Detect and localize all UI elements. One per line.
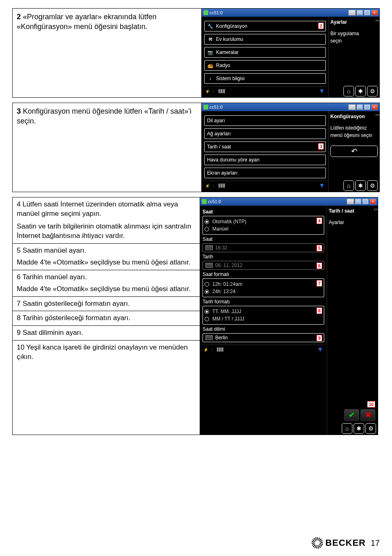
screenshot-2: cc51:0 _ □ × ✂ Dil ayarı Ağ ayarları Tar…: [202, 103, 379, 192]
radio-manual[interactable]: [205, 227, 209, 231]
window-titlebar: cc51:0 _ □ ×: [202, 103, 379, 111]
radio-auto[interactable]: [205, 220, 209, 224]
label-saat: Saat: [203, 236, 324, 242]
plug-icon: ⚡: [203, 348, 208, 352]
plug-icon: ⚡: [205, 89, 210, 94]
becker-logo: BECKER: [312, 537, 366, 549]
moon-icon: ☾: [212, 89, 216, 94]
print-icon[interactable]: [347, 199, 354, 204]
arrow-down-icon: ▼: [318, 87, 325, 95]
tz-input[interactable]: Berlin 9: [203, 333, 324, 342]
maximize-icon[interactable]: □: [362, 199, 369, 204]
close-icon[interactable]: ×: [370, 199, 376, 204]
mode-group[interactable]: Otomatik (NTP) Manüel 4: [203, 216, 324, 235]
close-icon[interactable]: ×: [371, 104, 378, 110]
radio-df1[interactable]: [205, 309, 209, 314]
radio-icon: 📻: [207, 63, 214, 68]
window-title: cc51:0: [209, 105, 223, 110]
radio-df2[interactable]: [205, 317, 209, 321]
maximize-icon[interactable]: □: [364, 104, 370, 110]
badge-10: 10: [367, 401, 375, 408]
menu-tarih[interactable]: Tarih / saat 3: [204, 141, 326, 152]
menu-kamera[interactable]: 📷 Kameralar: [204, 47, 326, 58]
menu-sistem[interactable]: i Sistem bilgisi: [204, 73, 326, 84]
keyboard-icon: [205, 335, 213, 340]
menu-ag[interactable]: Ağ ayarları: [204, 128, 326, 139]
moon-icon: ☾: [212, 184, 216, 188]
maximize-icon[interactable]: □: [364, 10, 370, 16]
sidebar-sub: Bir uygulama seçin: [330, 30, 378, 45]
menu-hava[interactable]: Hava durumu yöre ayarı: [204, 155, 326, 165]
cancel-button[interactable]: ✖: [361, 409, 375, 421]
sidebar-sub: Lütfen istediğiniz menü öğesini seçin: [330, 124, 378, 139]
info-icon: i: [207, 76, 214, 81]
step-2-text: 2 «Programlar ve ayarlar» ekranında lütf…: [13, 9, 202, 97]
sidebar-title: Ayarlar: [330, 19, 378, 25]
minimize-icon[interactable]: _: [356, 104, 363, 110]
timefmt-group[interactable]: 12h: 01:24am 24h: 13:24 7: [203, 278, 324, 297]
badge-9: 9: [316, 335, 322, 341]
gear-icon[interactable]: ⚙: [365, 423, 376, 434]
print-icon[interactable]: [348, 10, 356, 16]
datefmt-group[interactable]: TT. MM. JJJJ MM / TT / JJJJ 8: [203, 306, 324, 325]
back-button[interactable]: ↶: [330, 146, 378, 157]
radio-12h[interactable]: [205, 282, 209, 287]
badge-5: 5: [316, 245, 322, 251]
date-input[interactable]: 08. 11. 2012 6: [203, 261, 324, 270]
screenshot-3: cc51:0 _ □ × ✂ Saat Otomatik (NTP) Manüe…: [200, 197, 378, 435]
label-dilim: Saat dilimi: [203, 326, 324, 332]
status-bar: ⚡ ☾ ▼: [203, 181, 327, 190]
arrow-down-icon: ▼: [317, 346, 323, 353]
window-title: cc51:0: [208, 199, 221, 204]
minimize-icon[interactable]: _: [355, 199, 361, 204]
home-icon[interactable]: ⌂: [342, 423, 352, 434]
step-5-text: 5 Saatin manüel ayarı. Madde 4'te «Otoma…: [13, 244, 200, 270]
tool-icon: 🛠: [207, 36, 214, 42]
badge-3: 3: [318, 143, 324, 150]
screenshot-1: cc51:0 _ □ × ✂ 🔧 Konfigürasyon 2 🛠 Ev ku…: [202, 9, 379, 97]
moon-icon: ☾: [211, 348, 214, 352]
gear-icon[interactable]: ⚙: [367, 180, 378, 191]
sun-icon: [312, 537, 323, 549]
flower-icon[interactable]: ✱: [355, 180, 366, 191]
radio-24h[interactable]: [205, 289, 209, 294]
sidebar-sub: Ayarlar: [329, 219, 376, 226]
menu-ev[interactable]: 🛠 Ev kurulumu: [204, 34, 326, 45]
sidebar-title: Tarih / saat: [329, 208, 376, 214]
step-10-text: 10 Yeşil kanca işareti ile girdinizi ona…: [13, 341, 200, 364]
flower-icon[interactable]: ✱: [355, 86, 366, 96]
signal-icon: [218, 184, 227, 188]
flower-icon[interactable]: ✱: [354, 423, 364, 434]
header-saat: Saat: [203, 209, 324, 215]
step-8-text: 8 Tarihin gösterileceği formatın ayarı.: [13, 311, 200, 326]
status-bar: ⚡ ☾ ▼: [203, 86, 327, 96]
badge-6: 6: [316, 262, 322, 269]
window-title: cc51:0: [209, 10, 223, 15]
menu-ekran[interactable]: Ekran ayarları: [204, 168, 326, 178]
window-titlebar: cc51:0 _ □ ×: [202, 9, 379, 17]
badge-7: 7: [316, 280, 322, 287]
step-4-text: 4 Lütfen saati İnternet üzerinden otomat…: [13, 197, 200, 244]
step-9-text: 9 Saat diliminin ayarı.: [13, 326, 200, 341]
menu-radyo[interactable]: 📻 Radyo: [204, 60, 326, 71]
close-icon[interactable]: ×: [371, 10, 378, 16]
minimize-icon[interactable]: _: [356, 10, 363, 16]
home-icon[interactable]: ⌂: [343, 180, 354, 191]
home-icon[interactable]: ⌂: [343, 86, 354, 96]
menu-konfig[interactable]: 🔧 Konfigürasyon 2: [204, 21, 326, 31]
sidebar-title: Konfigürasyon: [330, 114, 378, 119]
plug-icon: ⚡: [205, 184, 210, 188]
signal-icon: [217, 348, 225, 352]
keyboard-icon: [205, 263, 213, 268]
label-tarih: Tarih: [203, 254, 324, 260]
confirm-button[interactable]: ✔: [344, 409, 359, 421]
menu-dil[interactable]: Dil ayarı: [204, 115, 326, 126]
time-input[interactable]: 16:32 5: [203, 243, 324, 252]
print-icon[interactable]: [348, 104, 356, 110]
badge-4: 4: [316, 217, 322, 224]
gear-icon[interactable]: ⚙: [367, 86, 378, 96]
label-tarihfmt: Tarih formatı: [203, 299, 324, 305]
badge-8: 8: [316, 307, 322, 314]
arrow-down-icon: ▼: [318, 182, 325, 189]
page-footer: BECKER 17: [312, 537, 380, 549]
